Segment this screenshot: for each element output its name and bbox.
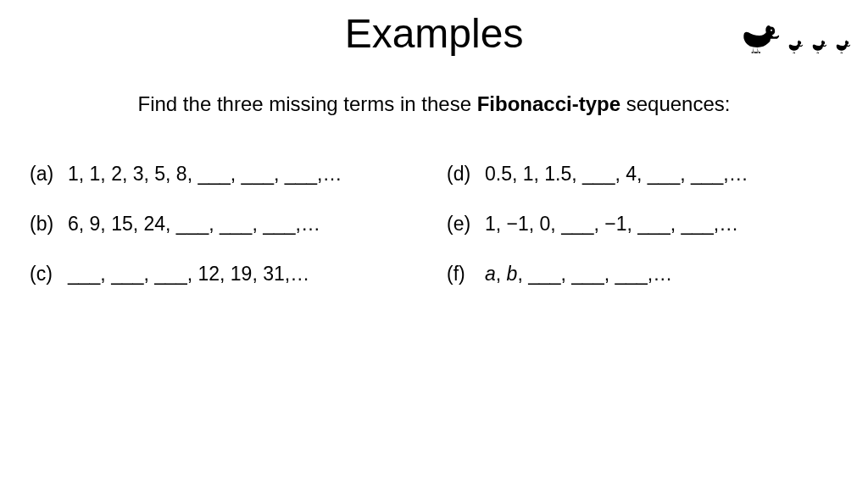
problem-label: (a) [30,163,68,186]
instruction-text: Find the three missing terms in these Fi… [0,92,868,116]
right-column: (d) 0.5, 1, 1.5, ___, 4, ___, ___,… (e) … [447,163,838,313]
problem-label: (e) [447,213,485,236]
duckling-icon [785,34,805,56]
duckling-icon [809,34,829,56]
duck-illustration [737,15,853,56]
problem-sequence: 1, 1, 2, 3, 5, 8, ___, ___, ___,… [68,163,421,186]
problem-label: (f) [447,263,485,286]
duck-large-icon [737,15,782,56]
problem-label: (c) [30,263,68,286]
problem-sequence: a, b, ___, ___, ___,… [485,263,838,286]
svg-point-0 [771,30,772,31]
left-column: (a) 1, 1, 2, 3, 5, 8, ___, ___, ___,… (b… [30,163,421,313]
problem-a: (a) 1, 1, 2, 3, 5, 8, ___, ___, ___,… [30,163,421,186]
problem-c: (c) ___, ___, ___, 12, 19, 31,… [30,263,421,286]
problem-sequence: 0.5, 1, 1.5, ___, 4, ___, ___,… [485,163,838,186]
problem-label: (d) [447,163,485,186]
problem-b: (b) 6, 9, 15, 24, ___, ___, ___,… [30,213,421,236]
problem-f: (f) a, b, ___, ___, ___,… [447,263,838,286]
problem-sequence: 6, 9, 15, 24, ___, ___, ___,… [68,213,421,236]
problems-grid: (a) 1, 1, 2, 3, 5, 8, ___, ___, ___,… (b… [0,163,868,313]
problem-sequence: 1, −1, 0, ___, −1, ___, ___,… [485,213,838,236]
problem-label: (b) [30,213,68,236]
problem-sequence: ___, ___, ___, 12, 19, 31,… [68,263,421,286]
problem-e: (e) 1, −1, 0, ___, −1, ___, ___,… [447,213,838,236]
problem-d: (d) 0.5, 1, 1.5, ___, 4, ___, ___,… [447,163,838,186]
duckling-icon [832,34,853,56]
